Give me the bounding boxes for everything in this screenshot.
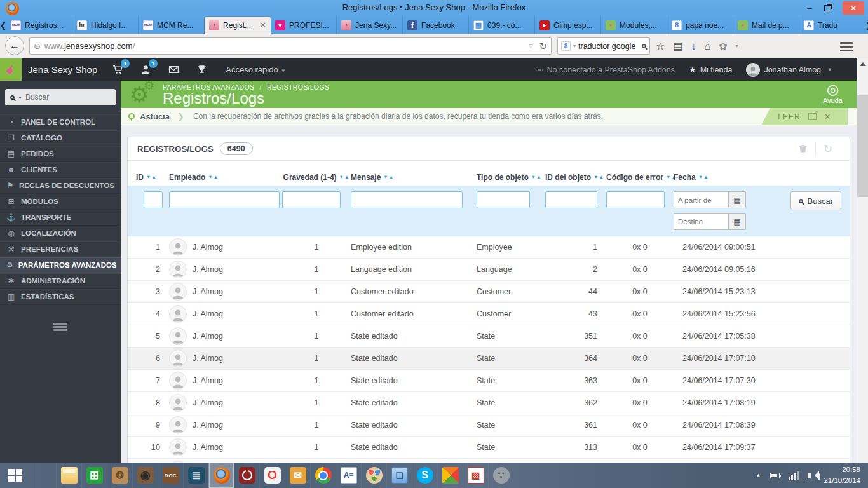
sidebar-item-panel-de-control[interactable]: ◔PANEL DE CONTROL <box>0 114 121 130</box>
browser-tab[interactable]: Jena Sexy... <box>337 17 403 34</box>
filter-search-button[interactable]: Buscar <box>790 191 841 210</box>
browser-tab[interactable]: Gimp esp... <box>535 17 601 34</box>
bookmarks-menu-icon[interactable]: ▤ <box>673 40 682 52</box>
sort-icons[interactable]: ▼▲ <box>339 174 350 180</box>
sidebar-item-localizaci-n[interactable]: ◍LOCALIZACIÓN <box>0 226 121 241</box>
sidebar-item-cat-logo[interactable]: ❐CATÁLOGO <box>0 130 121 146</box>
search-bar[interactable]: 8 ▾ <box>557 37 650 55</box>
badges-menu[interactable] <box>195 64 208 76</box>
log-row[interactable]: 2J. Almog1Language editionLanguage20x 02… <box>128 259 850 281</box>
browser-tab[interactable]: Mail de p... <box>733 17 799 34</box>
browser-tab[interactable]: PROFESI... <box>271 17 337 34</box>
sidebar-item-reglas-de-descuentos[interactable]: ⚑REGLAS DE DESCUENTOS <box>0 178 121 194</box>
network-signal-icon[interactable] <box>789 471 799 480</box>
scrollbar-thumb[interactable] <box>857 95 868 197</box>
bookmark-star-icon[interactable]: ☆ <box>656 40 665 52</box>
taskbar-app-paint[interactable] <box>361 463 386 488</box>
restore-button[interactable] <box>824 5 831 11</box>
downloads-icon[interactable]: ↓ <box>691 41 696 52</box>
refresh-icon[interactable]: ↻ <box>815 142 840 156</box>
log-row[interactable]: 7J. Almog1State editadoState3630x 024/06… <box>128 370 850 392</box>
sidebar-item-par-metros-avanzados[interactable]: ⚙PARÁMETROS AVANZADOS <box>0 257 121 273</box>
taskbar-app-doc-app[interactable] <box>158 463 183 488</box>
log-row[interactable]: 3J. Almog1Customer editadoCustomer440x 0… <box>128 281 850 303</box>
calendar-to-icon[interactable]: ▦ <box>728 213 746 230</box>
search-engine-dropdown-icon[interactable]: ▾ <box>573 43 576 49</box>
browser-tab[interactable]: Modules,... <box>601 17 667 34</box>
sort-icons[interactable]: ▼▲ <box>208 174 219 180</box>
sidebar-item-pedidos[interactable]: ▤PEDIDOS <box>0 146 121 162</box>
search-scope-dropdown-icon[interactable]: ▼ <box>18 95 22 100</box>
taskbar-app-power-tool[interactable] <box>234 463 259 488</box>
url-bar[interactable]: ⊕ www.jenasexyshop.com/ ▽ ↻ <box>29 37 552 55</box>
taskbar-clock[interactable]: 20:58 21/10/2014 <box>824 464 860 485</box>
scrollbar-up-icon[interactable] <box>860 62 866 66</box>
filter-id-input[interactable] <box>144 191 163 208</box>
log-row[interactable]: 8J. Almog1State editadoState3620x 024/06… <box>128 392 850 414</box>
taskbar-app-skype[interactable] <box>412 463 437 488</box>
delete-logs-button[interactable] <box>790 144 815 154</box>
tab-close-icon[interactable]: ✕ <box>259 20 266 30</box>
reload-icon[interactable]: ↻ <box>539 41 547 52</box>
tab-scroll-right-icon[interactable]: ❯ <box>865 17 868 34</box>
shop-name[interactable]: Jena Sexy Shop <box>28 64 97 75</box>
messages-menu[interactable] <box>167 64 180 76</box>
help-button[interactable]: ◎ Ayuda <box>823 83 843 104</box>
sidebar-search[interactable]: ▼ <box>5 89 116 105</box>
menu-hamburger-icon[interactable] <box>840 42 853 44</box>
tip-close-icon[interactable]: ✕ <box>824 112 831 121</box>
filter-employee-input[interactable] <box>169 191 280 208</box>
filter-message-input[interactable] <box>351 191 463 208</box>
log-row[interactable]: 6J. Almog1State editadoState3640x 024/06… <box>128 348 850 370</box>
column-header[interactable]: Empleado▼▲ <box>169 173 282 182</box>
sort-icons[interactable]: ▼▲ <box>531 174 542 180</box>
sidebar-item-transporte[interactable]: ⚓TRANSPORTE <box>0 210 121 226</box>
log-row[interactable]: 10J. Almog1State editadoState3130x 024/0… <box>128 437 850 459</box>
adblock-plugin-icon[interactable]: ✿ <box>719 40 727 52</box>
filter-date-to-input[interactable] <box>674 213 728 230</box>
browser-tab[interactable]: Registros... <box>6 17 72 34</box>
browser-tab[interactable]: papa noe... <box>667 17 733 34</box>
filter-date-from-input[interactable] <box>674 191 728 208</box>
customers-menu[interactable]: 1 <box>139 64 152 76</box>
taskbar-app-internet-explorer[interactable] <box>31 463 56 488</box>
sidebar-item-preferencias[interactable]: ⚒PREFERENCIAS <box>0 241 121 257</box>
browser-tab[interactable]: Facebook <box>403 17 469 34</box>
sort-icons[interactable]: ▼▲ <box>146 174 157 180</box>
filter-object-id-input[interactable] <box>545 191 597 208</box>
filter-object-type-input[interactable] <box>477 191 530 208</box>
web-search-input[interactable] <box>578 42 639 51</box>
start-button[interactable] <box>0 463 31 488</box>
addons-connect-link[interactable]: ⚯ No conectado a PrestaShop Addons <box>536 65 675 75</box>
calendar-from-icon[interactable]: ▦ <box>728 191 746 208</box>
taskbar-app-gimp[interactable] <box>488 463 513 488</box>
sidebar-item-clientes[interactable]: ☻CLIENTES <box>0 162 121 178</box>
taskbar-app-photo-app[interactable] <box>107 463 132 488</box>
sidebar-item-estad-sticas[interactable]: ▥ESTADÍSTICAS <box>0 289 121 305</box>
battery-icon[interactable] <box>770 473 780 478</box>
tab-scroll-left-icon[interactable]: ❮ <box>0 17 6 34</box>
taskbar-app-system-tool[interactable] <box>183 463 208 488</box>
log-row[interactable]: 5J. Almog1State editadoState3510x 024/06… <box>128 325 850 348</box>
browser-tab[interactable]: Regist...✕ <box>205 17 271 34</box>
search-go-icon[interactable] <box>642 44 646 48</box>
cart-menu[interactable]: 1 <box>111 64 124 76</box>
taskbar-app-word-processor[interactable] <box>336 463 361 488</box>
filter-severity-input[interactable] <box>282 191 341 208</box>
sidebar-item-administraci-n[interactable]: ✱ADMINISTRACIÓN <box>0 273 121 289</box>
log-row[interactable]: 1J. Almog1Employee editionEmployee10x 02… <box>128 236 850 259</box>
taskbar-app-opera[interactable] <box>259 463 285 488</box>
column-header[interactable]: Tipo de objeto▼▲ <box>477 173 545 182</box>
history-dropdown-icon[interactable]: ▽ <box>529 43 532 49</box>
quick-access-menu[interactable]: Acceso rápido▼ <box>226 65 285 74</box>
my-shop-link[interactable]: ★ Mi tienda <box>689 65 732 74</box>
home-icon[interactable]: ⌂ <box>704 41 710 52</box>
sidebar-collapse-icon[interactable] <box>53 323 67 325</box>
column-header[interactable]: Gravedad (1-4)▼▲ <box>282 173 351 182</box>
back-button[interactable]: ← <box>5 36 24 55</box>
tip-read-button[interactable]: LEER ✕ <box>761 108 848 125</box>
log-row[interactable]: 4J. Almog1Customer editadoCustomer430x 0… <box>128 303 850 325</box>
content-scrollbar[interactable] <box>857 58 868 463</box>
taskbar-app-avg-antivirus[interactable] <box>437 463 463 488</box>
site-identity-globe-icon[interactable]: ⊕ <box>34 41 41 51</box>
